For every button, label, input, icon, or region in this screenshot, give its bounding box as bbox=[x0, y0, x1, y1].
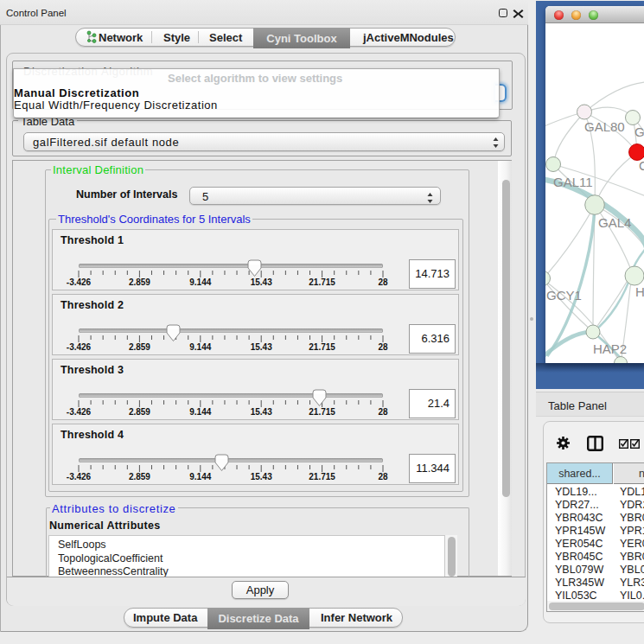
svg-text:GCY1: GCY1 bbox=[546, 288, 582, 303]
svg-text:H: H bbox=[635, 284, 644, 299]
svg-text:GAL4: GAL4 bbox=[598, 215, 631, 230]
svg-text:C: C bbox=[639, 158, 644, 173]
svg-text:G.: G. bbox=[634, 124, 644, 139]
svg-text:GAL11: GAL11 bbox=[553, 175, 593, 189]
svg-text:GAL80: GAL80 bbox=[584, 119, 625, 134]
svg-text:HAP2: HAP2 bbox=[593, 341, 627, 356]
